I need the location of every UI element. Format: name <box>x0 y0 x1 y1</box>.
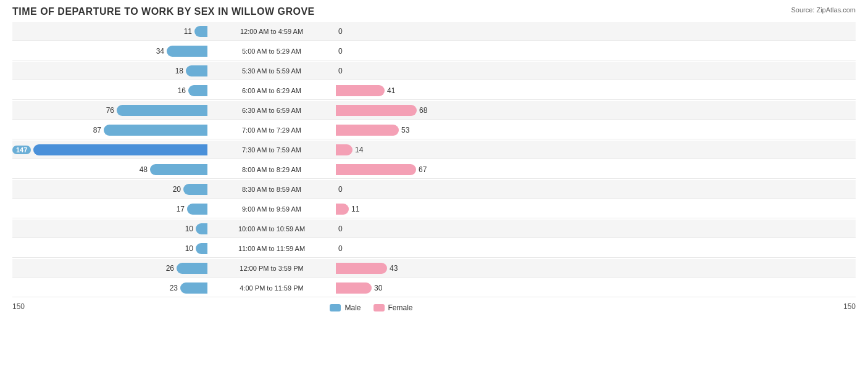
right-section: 43 <box>333 263 531 274</box>
female-value: 14 <box>355 146 373 154</box>
time-label: 11:00 AM to 11:59 AM <box>210 245 333 252</box>
male-value: 76 <box>96 106 114 115</box>
legend-female-label: Female <box>388 303 413 312</box>
chart-row: 345:00 AM to 5:29 AM0 <box>12 42 856 60</box>
male-value: 147 <box>12 146 31 154</box>
male-value: 20 <box>162 185 181 194</box>
chart-row: 766:30 AM to 6:59 AM68 <box>12 101 856 120</box>
left-section: 147 <box>12 144 210 155</box>
time-label: 12:00 AM to 4:59 AM <box>210 28 333 35</box>
source-text: Source: ZipAtlas.com <box>791 6 856 14</box>
female-value: 0 <box>338 47 357 56</box>
time-label: 6:00 AM to 6:29 AM <box>210 87 333 94</box>
chart-row: 166:00 AM to 6:29 AM41 <box>12 81 856 100</box>
female-value: 0 <box>338 67 357 75</box>
chart-row: 179:00 AM to 9:59 AM11 <box>12 200 856 218</box>
time-label: 6:30 AM to 6:59 AM <box>210 107 333 114</box>
axis-right: 150 <box>533 302 856 311</box>
time-label: 12:00 PM to 3:59 PM <box>210 265 333 272</box>
chart-row: 234:00 PM to 11:59 PM30 <box>12 279 856 297</box>
time-label: 4:00 PM to 11:59 PM <box>210 284 333 292</box>
male-bar <box>180 282 207 294</box>
male-bar <box>187 204 207 215</box>
legend: Male Female <box>210 303 533 312</box>
legend-male-color <box>330 304 341 311</box>
right-section: 0 <box>333 46 531 57</box>
left-section: 17 <box>12 204 210 215</box>
legend-male-label: Male <box>344 303 361 312</box>
male-value: 10 <box>175 244 193 253</box>
chart-container: TIME OF DEPARTURE TO WORK BY SEX IN WILL… <box>12 6 856 312</box>
left-section: 11 <box>12 26 210 37</box>
male-value: 87 <box>83 126 101 134</box>
left-section: 10 <box>12 223 210 234</box>
female-value: 68 <box>419 106 438 115</box>
male-bar <box>194 26 207 37</box>
male-bar <box>196 243 207 254</box>
female-value: 0 <box>338 185 357 194</box>
chart-area: 1112:00 AM to 4:59 AM0345:00 AM to 5:29 … <box>12 22 856 297</box>
right-section: 14 <box>333 144 531 155</box>
chart-row: 1011:00 AM to 11:59 AM0 <box>12 239 856 258</box>
female-bar <box>336 204 349 215</box>
female-value: 41 <box>387 86 406 95</box>
chart-row: 1477:30 AM to 7:59 AM14 <box>12 141 856 159</box>
male-bar <box>33 144 207 155</box>
male-bar <box>167 46 207 57</box>
male-value: 48 <box>129 165 148 174</box>
time-label: 5:30 AM to 5:59 AM <box>210 67 333 75</box>
chart-title: TIME OF DEPARTURE TO WORK BY SEX IN WILL… <box>12 6 856 17</box>
left-section: 48 <box>12 164 210 175</box>
legend-female: Female <box>373 303 413 312</box>
male-bar <box>188 85 207 96</box>
chart-row: 488:00 AM to 8:29 AM67 <box>12 160 856 179</box>
female-bar <box>336 144 353 155</box>
female-bar <box>336 164 416 175</box>
left-section: 34 <box>12 46 210 57</box>
left-section: 23 <box>12 282 210 294</box>
female-bar <box>336 282 372 294</box>
axis-row: 150 Male Female 150 <box>12 301 856 312</box>
time-label: 5:00 AM to 5:29 AM <box>210 47 333 55</box>
time-label: 8:30 AM to 8:59 AM <box>210 186 333 193</box>
male-bar <box>117 105 207 116</box>
left-section: 16 <box>12 85 210 96</box>
left-section: 26 <box>12 263 210 274</box>
chart-row: 877:00 AM to 7:29 AM53 <box>12 121 856 139</box>
male-bar <box>183 184 207 195</box>
female-value: 67 <box>419 165 437 174</box>
male-bar <box>186 65 207 76</box>
left-section: 10 <box>12 243 210 254</box>
right-section: 30 <box>333 282 531 294</box>
left-section: 76 <box>12 105 210 116</box>
male-value: 18 <box>165 67 183 75</box>
male-value: 26 <box>156 264 174 273</box>
right-section: 0 <box>333 26 531 37</box>
female-value: 0 <box>338 244 357 253</box>
chart-row: 1010:00 AM to 10:59 AM0 <box>12 220 856 238</box>
chart-row: 208:30 AM to 8:59 AM0 <box>12 180 856 199</box>
female-value: 11 <box>351 205 370 213</box>
legend-male: Male <box>330 303 361 312</box>
male-bar <box>196 223 207 234</box>
male-bar <box>177 263 207 274</box>
male-bar <box>104 125 207 136</box>
time-label: 9:00 AM to 9:59 AM <box>210 205 333 213</box>
chart-row: 2612:00 PM to 3:59 PM43 <box>12 259 856 278</box>
male-value: 16 <box>167 86 186 95</box>
female-value: 43 <box>390 264 408 273</box>
female-value: 0 <box>338 225 357 233</box>
chart-row: 1112:00 AM to 4:59 AM0 <box>12 22 856 41</box>
male-value: 23 <box>159 284 178 292</box>
right-section: 0 <box>333 184 531 195</box>
female-bar <box>336 125 399 136</box>
right-section: 0 <box>333 65 531 76</box>
chart-row: 185:30 AM to 5:59 AM0 <box>12 62 856 80</box>
female-value: 53 <box>401 126 420 134</box>
right-section: 0 <box>333 243 531 254</box>
male-value: 34 <box>146 47 164 56</box>
right-section: 53 <box>333 125 531 136</box>
female-value: 0 <box>338 27 357 36</box>
right-section: 67 <box>333 164 531 175</box>
left-section: 87 <box>12 125 210 136</box>
